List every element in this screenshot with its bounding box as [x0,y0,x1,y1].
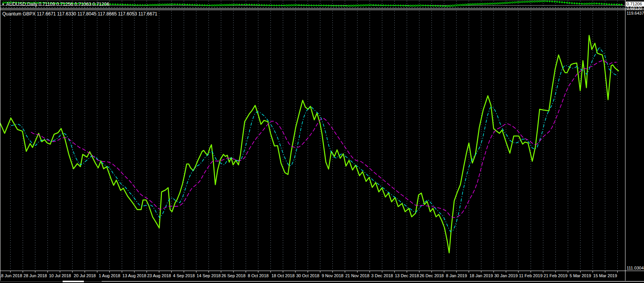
candle-body [457,5,459,6]
candle-body [375,5,377,5]
candle-body [546,1,548,2]
candle-body [377,5,379,5]
time-axis-label: 11 Feb 2019 [519,273,543,278]
candle-body [596,3,598,4]
time-axis-label: 30 Oct 2018 [296,273,319,278]
candle-body [333,5,335,6]
candle-body [211,5,213,6]
candle-body [415,5,417,6]
candle-body [353,5,354,6]
window-splitter[interactable] [0,8,644,9]
candle-body [124,4,126,5]
candle-body [440,5,441,6]
candle-body [330,5,332,6]
time-axis-labels: 18 Jun 201828 Jun 201810 Jul 201820 Jul … [0,273,644,280]
candle-body [152,5,153,5]
scrollbar-thumb[interactable] [63,281,84,282]
candle-body [169,4,171,5]
chart-title-row: ▼AUDUSD,Daily 0.71109 0.71256 0.71063 0.… [2,2,109,7]
candle-body [521,2,523,2]
candle-body [454,5,456,6]
time-axis-label: 20 Jul 2018 [74,273,96,278]
candle-body [305,5,307,6]
candle-body [112,4,114,5]
candle-body [281,5,283,6]
indicator-label: Quantum GBPX 117.6671 117.6330 117.8045 … [2,11,157,17]
indicator-fast-ma-line [11,47,617,232]
window-splitter[interactable] [0,10,644,10]
candle-body [479,3,481,4]
candle-body [218,5,220,5]
candle-body [556,2,558,2]
candle-body [432,5,434,6]
candle-body [541,1,543,2]
candle-body [226,5,228,5]
candle-body [497,3,499,4]
time-axis-label: 8 Oct 2018 [248,273,269,278]
candle-body [298,5,300,5]
candle-body [501,3,503,3]
candle-body [291,5,293,5]
candle-body [271,5,273,6]
candle-body [171,4,173,5]
candle-body [559,2,561,3]
candle-body [109,4,111,5]
candle-body [608,4,610,5]
candle-body [429,5,431,6]
candle-body [586,3,588,4]
time-axis-label: 8 Jan 2019 [446,273,467,278]
candle-body [221,5,223,5]
candle-body [241,4,243,5]
candle-body [246,4,248,5]
time-axis-label: 18 Jan 2019 [470,273,493,278]
candle-body [569,2,571,3]
candle-body [549,1,550,2]
candle-body [598,3,600,4]
candle-body [543,1,545,2]
price-scale[interactable] [625,0,644,281]
candle-body [531,1,533,2]
candle-body [338,5,340,6]
time-axis-label: 28 Jun 2018 [24,273,47,278]
candle-body [487,3,489,4]
chart-dropdown-icon[interactable]: ▼ [2,3,5,6]
candle-body [308,5,310,6]
time-axis-label: 18 Oct 2018 [271,273,295,278]
candle-body [228,4,230,5]
candle-body [385,5,387,6]
candle-body [258,5,260,5]
candle-body [462,4,464,5]
candle-body [551,1,553,2]
candle-body [144,5,146,5]
candle-body [276,5,278,6]
candle-body [318,5,320,6]
candle-body [154,4,156,5]
candle-body [576,3,578,4]
candle-body [395,5,397,6]
time-axis-label: 3 Dec 2018 [371,273,393,278]
candle-body [239,4,240,5]
candle-body [422,5,424,6]
chart-canvas[interactable] [0,0,644,283]
candle-body [447,6,449,7]
time-axis-label: 26 Sep 2018 [221,273,245,278]
candle-body [325,5,327,6]
candle-body [606,4,608,5]
candle-body [251,4,253,5]
candle-body [313,5,315,6]
candle-body [452,5,454,6]
candle-body [147,5,148,5]
candle-body [194,5,196,5]
candle-body [189,4,191,5]
candle-body [469,4,471,5]
candle-body [526,1,528,2]
candle-body [127,4,129,5]
candle-body [286,5,288,6]
candle-body [117,4,119,5]
candle-body [216,5,218,5]
candle-body [424,5,426,6]
candle-body [342,5,344,6]
time-axis-label: 13 Aug 2018 [123,273,147,278]
candle-body [256,5,258,5]
candle-body [504,2,506,3]
